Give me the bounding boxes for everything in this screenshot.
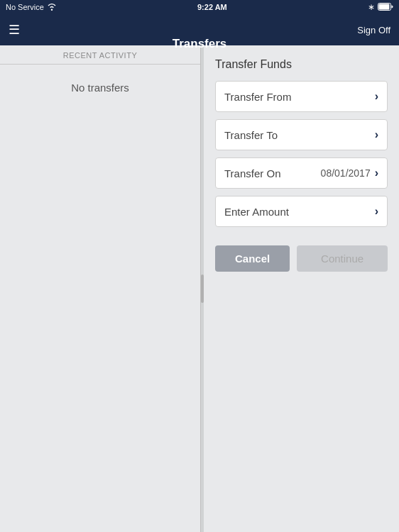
left-panel: RECENT ACTIVITY No transfers — [0, 45, 201, 532]
enter-amount-label: Enter Amount — [224, 206, 289, 218]
nav-title: Transfers — [173, 28, 227, 60]
transfer-on-label: Transfer On — [224, 167, 280, 179]
sign-off-button[interactable]: Sign Off — [357, 25, 390, 35]
right-panel: Transfer Funds Transfer From › Transfer … — [204, 45, 399, 532]
chevron-right-icon: › — [375, 205, 378, 218]
transfer-from-label: Transfer From — [224, 91, 291, 103]
drag-handle[interactable] — [201, 45, 204, 532]
status-right: ∗ — [368, 2, 393, 12]
transfer-to-row[interactable]: Transfer To › — [215, 119, 388, 150]
enter-amount-value: › — [375, 205, 378, 218]
chevron-right-icon: › — [375, 128, 378, 141]
battery-icon — [378, 3, 393, 12]
transfer-funds-title: Transfer Funds — [215, 58, 388, 71]
transfer-from-value: › — [375, 90, 378, 103]
no-transfers-area: No transfers — [0, 65, 200, 532]
transfer-to-value: › — [375, 128, 378, 141]
recent-activity-header: RECENT ACTIVITY — [0, 45, 200, 65]
status-left: No Service — [6, 3, 57, 12]
chevron-right-icon: › — [375, 167, 378, 179]
status-bar: No Service 9:22 AM ∗ — [0, 0, 399, 14]
wifi-icon — [47, 3, 57, 12]
transfer-from-row[interactable]: Transfer From › — [215, 81, 388, 112]
main-layout: RECENT ACTIVITY No transfers Transfer Fu… — [0, 45, 399, 532]
action-buttons: Cancel Continue — [215, 245, 388, 272]
transfer-on-row[interactable]: Transfer On 08/01/2017 › — [215, 157, 388, 189]
continue-button[interactable]: Continue — [297, 245, 388, 272]
bluetooth-icon: ∗ — [368, 2, 375, 12]
transfer-on-value: 08/01/2017 › — [321, 167, 378, 179]
status-time: 9:22 AM — [197, 3, 227, 11]
drag-handle-bar — [201, 275, 204, 303]
svg-rect-1 — [378, 4, 389, 9]
carrier-text: No Service — [6, 3, 44, 11]
cancel-button[interactable]: Cancel — [215, 245, 290, 272]
chevron-right-icon: › — [375, 90, 378, 103]
nav-bar: ☰ Transfers Sign Off — [0, 14, 399, 45]
transfer-on-date: 08/01/2017 — [321, 167, 371, 179]
no-transfers-text: No transfers — [71, 82, 129, 94]
enter-amount-row[interactable]: Enter Amount › — [215, 196, 388, 227]
transfer-to-label: Transfer To — [224, 129, 278, 141]
hamburger-icon[interactable]: ☰ — [9, 22, 20, 38]
